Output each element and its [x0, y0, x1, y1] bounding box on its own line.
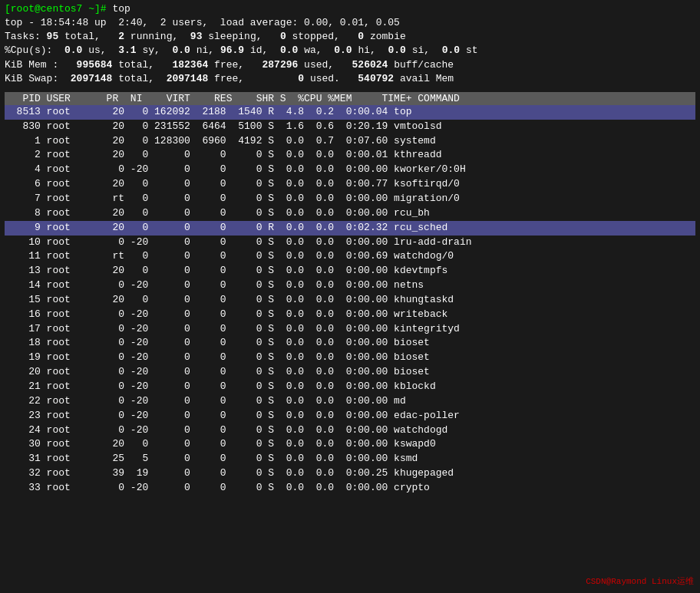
table-row: 15 root 20 0 0 0 0 S 0.0 0.0 0:00.00 khu… [5, 293, 695, 308]
table-row: 8513 root 20 0 162092 2188 1540 R 4.8 0.… [5, 105, 695, 120]
table-row: 4 root 0 -20 0 0 0 S 0.0 0.0 0:00.00 kwo… [5, 163, 695, 177]
table-row: 2 root 20 0 0 0 0 S 0.0 0.0 0:00.01 kthr… [5, 148, 695, 163]
prompt-user: [root@centos7 ~]# [5, 3, 112, 15]
table-row: 13 root 20 0 0 0 0 S 0.0 0.0 0:00.00 kde… [5, 264, 695, 278]
table-header: PID USER PR NI VIRT RES SHR S %CPU %MEM … [5, 92, 695, 105]
table-row: 32 root 39 19 0 0 0 S 0.0 0.0 0:00.25 kh… [5, 466, 695, 481]
table-row: 9 root 20 0 0 0 0 R 0.0 0.0 0:02.32 rcu_… [5, 221, 695, 236]
table-row: 11 root rt 0 0 0 0 S 0.0 0.0 0:00.69 wat… [5, 249, 695, 264]
table-row: 10 root 0 -20 0 0 0 S 0.0 0.0 0:00.00 lr… [5, 236, 695, 250]
table-row: 22 root 0 -20 0 0 0 S 0.0 0.0 0:00.00 md [5, 394, 695, 409]
table-row: 7 root rt 0 0 0 0 S 0.0 0.0 0:00.00 migr… [5, 192, 695, 206]
process-table: PID USER PR NI VIRT RES SHR S %CPU %MEM … [5, 92, 695, 496]
table-row: 31 root 25 5 0 0 0 S 0.0 0.0 0:00.00 ksm… [5, 452, 695, 466]
header-line4: KiB Mem : 995684 total, 182364 free, 287… [5, 58, 695, 72]
table-body: 8513 root 20 0 162092 2188 1540 R 4.8 0.… [5, 105, 695, 496]
header-line1: top - 18:54:48 up 2:40, 2 users, load av… [5, 16, 695, 30]
table-row: 18 root 0 -20 0 0 0 S 0.0 0.0 0:00.00 bi… [5, 336, 695, 351]
prompt-line: [root@centos7 ~]# top [5, 3, 695, 15]
table-row: 14 root 0 -20 0 0 0 S 0.0 0.0 0:00.00 ne… [5, 278, 695, 293]
table-row: 30 root 20 0 0 0 0 S 0.0 0.0 0:00.00 ksw… [5, 437, 695, 452]
header-line2: Tasks: 95 total, 2 running, 93 sleeping,… [5, 30, 695, 44]
prompt-command: top [112, 3, 130, 15]
table-row: 6 root 20 0 0 0 0 S 0.0 0.0 0:00.77 ksof… [5, 177, 695, 192]
table-row: 20 root 0 -20 0 0 0 S 0.0 0.0 0:00.00 bi… [5, 365, 695, 380]
table-row: 33 root 0 -20 0 0 0 S 0.0 0.0 0:00.00 cr… [5, 481, 695, 496]
header-line5: KiB Swap: 2097148 total, 2097148 free, 0… [5, 72, 695, 86]
terminal: [root@centos7 ~]# top top - 18:54:48 up … [0, 0, 700, 499]
table-row: 17 root 0 -20 0 0 0 S 0.0 0.0 0:00.00 ki… [5, 322, 695, 337]
header-line3: %Cpu(s): 0.0 us, 3.1 sy, 0.0 ni, 96.9 id… [5, 44, 695, 58]
table-row: 16 root 0 -20 0 0 0 S 0.0 0.0 0:00.00 wr… [5, 308, 695, 322]
table-row: 1 root 20 0 128300 6960 4192 S 0.0 0.7 0… [5, 134, 695, 149]
table-row: 23 root 0 -20 0 0 0 S 0.0 0.0 0:00.00 ed… [5, 409, 695, 423]
table-row: 19 root 0 -20 0 0 0 S 0.0 0.0 0:00.00 bi… [5, 351, 695, 365]
table-row: 830 root 20 0 231552 6464 5100 S 1.6 0.6… [5, 120, 695, 134]
table-row: 21 root 0 -20 0 0 0 S 0.0 0.0 0:00.00 kb… [5, 380, 695, 394]
table-row: 24 root 0 -20 0 0 0 S 0.0 0.0 0:00.00 wa… [5, 423, 695, 438]
watermark: CSDN@Raymond Linux运维 [586, 575, 694, 587]
table-row: 8 root 20 0 0 0 0 S 0.0 0.0 0:00.00 rcu_… [5, 206, 695, 221]
